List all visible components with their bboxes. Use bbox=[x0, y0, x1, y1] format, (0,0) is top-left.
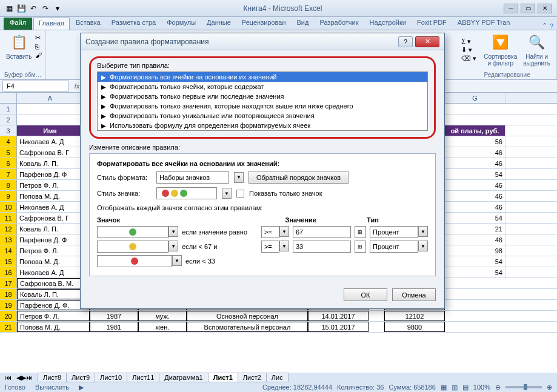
combo-dropdown-icon[interactable]: ▼ bbox=[168, 241, 178, 251]
col-header[interactable]: G bbox=[445, 93, 505, 103]
save-icon[interactable]: 💾 bbox=[16, 3, 27, 14]
table-header-cell[interactable]: ой платы, руб. bbox=[445, 125, 505, 136]
row-header[interactable]: 9 bbox=[0, 191, 17, 201]
rule-type-item[interactable]: ▶Использовать формулу для определения фо… bbox=[98, 121, 427, 130]
view-layout-icon[interactable]: ▥ bbox=[452, 384, 458, 391]
cell[interactable]: Парфенов Д. Ф. bbox=[17, 300, 90, 310]
cut-icon[interactable]: ✂ bbox=[35, 34, 42, 42]
autosum-icon[interactable]: Σ ▾ bbox=[461, 38, 476, 45]
rule-type-list[interactable]: ▶Форматировать все ячейки на основании и… bbox=[97, 71, 428, 131]
operator-2-combo[interactable]: >= bbox=[261, 241, 279, 253]
cell[interactable]: 9800 bbox=[384, 322, 445, 332]
zoom-level[interactable]: 100% bbox=[473, 384, 490, 391]
cell[interactable]: 46 bbox=[445, 202, 505, 212]
row-header[interactable]: 16 bbox=[0, 267, 17, 277]
row-header[interactable]: 18 bbox=[0, 289, 17, 299]
row-header[interactable]: 20 bbox=[0, 311, 17, 321]
tab-developer[interactable]: Разработчик bbox=[315, 18, 363, 30]
cell[interactable]: 46 bbox=[445, 191, 505, 201]
cell[interactable]: Попова М. Д. bbox=[17, 191, 84, 201]
cell[interactable]: Попова М. Д. bbox=[17, 322, 90, 332]
ok-button[interactable]: ОК bbox=[344, 288, 387, 301]
zoom-out-icon[interactable]: ⊖ bbox=[495, 384, 501, 391]
sheet-nav-first-icon[interactable]: ⏮ bbox=[0, 374, 16, 381]
view-normal-icon[interactable]: ▦ bbox=[441, 384, 447, 391]
table-header-cell[interactable]: Имя bbox=[17, 125, 84, 136]
file-tab[interactable]: Файл bbox=[4, 18, 32, 30]
tab-insert[interactable]: Вставка bbox=[71, 18, 105, 30]
sheet-tab[interactable]: Лист2 bbox=[238, 373, 267, 382]
combo-dropdown-icon[interactable]: ▼ bbox=[418, 241, 428, 251]
rule-type-item[interactable]: ▶Форматировать только значения, которые … bbox=[98, 101, 427, 111]
reverse-order-button[interactable]: Обратный порядок значков bbox=[248, 171, 349, 184]
cell[interactable]: Николаев А. Д bbox=[17, 136, 84, 147]
combo-dropdown-icon[interactable]: ▼ bbox=[168, 226, 178, 237]
cell[interactable]: 12102 bbox=[384, 311, 445, 321]
tab-review[interactable]: Рецензирован bbox=[237, 18, 291, 30]
undo-icon[interactable]: ↶ bbox=[28, 3, 39, 14]
cell[interactable]: 54 bbox=[445, 213, 505, 223]
icon-style-combo[interactable] bbox=[156, 187, 217, 199]
type-2-combo[interactable]: Процент bbox=[370, 241, 418, 253]
row-header[interactable]: 13 bbox=[0, 234, 17, 245]
cell[interactable]: 46 bbox=[445, 180, 505, 190]
tab-foxit[interactable]: Foxit PDF bbox=[412, 18, 452, 30]
row-header[interactable]: 7 bbox=[0, 169, 17, 179]
status-macro-icon[interactable]: ▶ bbox=[79, 384, 84, 391]
sheet-tab[interactable]: Лист10 bbox=[95, 373, 127, 382]
range-picker-icon[interactable]: ⊞ bbox=[355, 241, 366, 253]
dialog-close-button[interactable]: ✕ bbox=[415, 36, 439, 47]
row-header[interactable]: 2 bbox=[0, 115, 17, 125]
row-header[interactable]: 17 bbox=[0, 278, 17, 288]
dialog-titlebar[interactable]: Создание правила форматирования ? ✕ bbox=[81, 33, 444, 50]
tab-layout[interactable]: Разметка стра bbox=[107, 18, 161, 30]
minimize-button[interactable]: ─ bbox=[504, 4, 518, 13]
rule-type-item[interactable]: ▶Форматировать все ячейки на основании и… bbox=[98, 72, 427, 82]
cell[interactable]: 21 bbox=[445, 224, 505, 234]
help-icon[interactable]: ? bbox=[550, 22, 553, 30]
sheet-nav-prev-icon[interactable]: ◀ bbox=[16, 374, 21, 382]
cell[interactable]: Петров Ф. Л. bbox=[17, 311, 90, 321]
format-style-combo[interactable]: Наборы значков bbox=[156, 171, 229, 184]
cell[interactable]: 46 bbox=[445, 158, 505, 168]
combo-dropdown-icon[interactable]: ▼ bbox=[279, 241, 289, 251]
cell[interactable]: Коваль Л. П. bbox=[17, 158, 84, 168]
cell[interactable]: Петров Ф. Л. bbox=[17, 245, 84, 256]
row-header[interactable]: 4 bbox=[0, 136, 17, 147]
tab-addins[interactable]: Надстройки bbox=[365, 18, 411, 30]
range-picker-icon[interactable]: ⊞ bbox=[355, 226, 366, 238]
sheet-tab[interactable]: Лист8 bbox=[38, 373, 67, 382]
cell[interactable]: Сафронова В. М. bbox=[17, 278, 90, 288]
find-select-button[interactable]: 🔍 Найти и выделить bbox=[521, 32, 553, 68]
row-header[interactable]: 11 bbox=[0, 213, 17, 223]
row-header[interactable]: 8 bbox=[0, 180, 17, 190]
zoom-slider[interactable] bbox=[505, 386, 542, 388]
cell[interactable]: муж. bbox=[138, 311, 187, 321]
cell[interactable]: Основной персонал bbox=[187, 311, 308, 321]
name-box[interactable]: F4 bbox=[2, 81, 69, 91]
operator-1-combo[interactable]: >= bbox=[261, 226, 279, 238]
combo-dropdown-icon[interactable]: ▼ bbox=[234, 172, 244, 183]
sheet-tab[interactable]: Лис bbox=[266, 373, 289, 382]
tab-abbyy[interactable]: ABBYY PDF Tran bbox=[453, 18, 515, 30]
icon-select-2[interactable] bbox=[97, 241, 168, 253]
cell[interactable]: 1987 bbox=[90, 311, 138, 321]
row-header[interactable]: 21 bbox=[0, 322, 17, 332]
qat-more-icon[interactable]: ▾ bbox=[52, 3, 63, 14]
sheet-nav-next-icon[interactable]: ▶ bbox=[21, 374, 26, 382]
rule-type-item[interactable]: ▶Форматировать только первые или последн… bbox=[98, 91, 427, 101]
cell[interactable]: 46 bbox=[445, 147, 505, 158]
cell[interactable]: 15.01.2017 bbox=[308, 322, 369, 332]
copy-icon[interactable]: ⎘ bbox=[35, 43, 42, 50]
cell[interactable]: Сафронова В. Г bbox=[17, 147, 84, 158]
sheet-tab[interactable]: Лист9 bbox=[66, 373, 95, 382]
redo-icon[interactable]: ↷ bbox=[40, 3, 51, 14]
maximize-button[interactable]: ▭ bbox=[521, 4, 535, 13]
row-header[interactable]: 15 bbox=[0, 256, 17, 267]
row-header[interactable]: 3 bbox=[0, 125, 17, 136]
row-header[interactable]: 1 bbox=[0, 104, 17, 114]
row-header[interactable]: 6 bbox=[0, 158, 17, 168]
cell[interactable]: 14.01.2017 bbox=[308, 311, 369, 321]
type-1-combo[interactable]: Процент bbox=[370, 226, 418, 238]
sheet-tab[interactable]: Диаграмма1 bbox=[159, 373, 208, 382]
